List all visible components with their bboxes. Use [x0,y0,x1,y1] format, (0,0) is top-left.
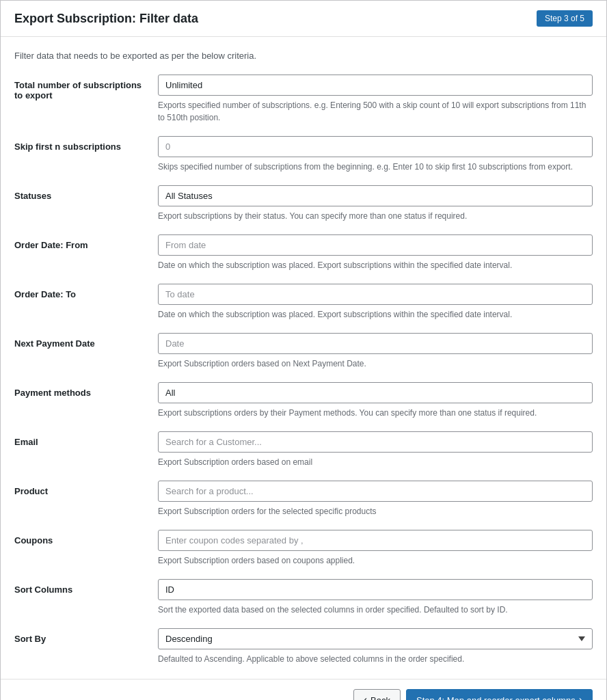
label-order-date-to: Order Date: To [14,284,158,299]
form-row-sort-columns: Sort ColumnsSort the exported data based… [14,579,593,616]
control-col-sort-columns: Sort the exported data based on the sele… [158,579,593,616]
form-row-order-date-from: Order Date: FromDate on which the subscr… [14,234,593,271]
hint-sort-columns: Sort the exported data based on the sele… [158,604,593,616]
page-title: Export Subscription: Filter data [14,12,198,26]
email-input[interactable] [158,431,593,453]
form-row-email: EmailExport Subscription orders based on… [14,431,593,468]
form-row-next-payment-date: Next Payment DateExport Subscription ord… [14,333,593,370]
control-col-order-date-to: Date on which the subscription was place… [158,284,593,321]
back-label: Back [370,695,390,701]
next-payment-date-input[interactable] [158,333,593,354]
hint-product: Export Subscription orders for the selec… [158,505,593,517]
label-total-subscriptions: Total number of subscriptions to export [14,75,158,100]
control-col-skip-subscriptions: Skips specified number of subscriptions … [158,136,593,173]
statuses-input[interactable] [158,185,593,206]
form-row-coupons: CouponsExport Subscription orders based … [14,530,593,567]
select-wrapper-sort-by: AscendingDescending [158,628,593,649]
control-col-email: Export Subscription orders based on emai… [158,431,593,468]
hint-skip-subscriptions: Skips specified number of subscriptions … [158,161,593,173]
form-row-payment-methods: Payment methodsExport subscriptions orde… [14,382,593,419]
form-row-sort-by: Sort ByAscendingDescendingDefaulted to A… [14,628,593,665]
product-input[interactable] [158,481,593,502]
hint-statuses: Export subscriptions by their status. Yo… [158,210,593,222]
control-col-next-payment-date: Export Subscription orders based on Next… [158,333,593,370]
control-col-sort-by: AscendingDescendingDefaulted to Ascendin… [158,628,593,665]
label-payment-methods: Payment methods [14,382,158,398]
form-row-statuses: StatusesExport subscriptions by their st… [14,185,593,222]
order-date-to-input[interactable] [158,284,593,305]
next-label: Step 4: Map and reorder export columns [416,695,576,701]
hint-email: Export Subscription orders based on emai… [158,456,593,468]
label-sort-columns: Sort Columns [14,579,158,595]
card-header: Export Subscription: Filter data Step 3 … [1,1,606,37]
form-rows: Total number of subscriptions to exportE… [14,75,593,665]
hint-payment-methods: Export subscriptions orders by their Pay… [158,407,593,419]
hint-total-subscriptions: Exports specified number of subscription… [158,99,593,124]
label-skip-subscriptions: Skip first n subscriptions [14,136,158,152]
next-button[interactable]: Step 4: Map and reorder export columns [406,689,593,700]
sort-by-select[interactable]: AscendingDescending [158,628,593,649]
order-date-from-input[interactable] [158,234,593,256]
sort-columns-input[interactable] [158,579,593,600]
card-body: Filter data that needs to be exported as… [1,37,606,665]
label-next-payment-date: Next Payment Date [14,333,158,349]
hint-order-date-to: Date on which the subscription was place… [158,308,593,321]
form-row-total-subscriptions: Total number of subscriptions to exportE… [14,75,593,124]
hint-order-date-from: Date on which the subscription was place… [158,259,593,271]
control-col-payment-methods: Export subscriptions orders by their Pay… [158,382,593,419]
back-button[interactable]: Back [353,689,401,700]
card-footer: Back Step 4: Map and reorder export colu… [1,679,606,700]
chevron-right-icon [579,695,582,700]
form-row-skip-subscriptions: Skip first n subscriptionsSkips specifie… [14,136,593,173]
label-statuses: Statuses [14,185,158,201]
control-col-statuses: Export subscriptions by their status. Yo… [158,185,593,222]
total-subscriptions-input[interactable] [158,75,593,96]
control-col-coupons: Export Subscription orders based on coup… [158,530,593,567]
control-col-total-subscriptions: Exports specified number of subscription… [158,75,593,124]
chevron-left-icon [364,695,367,700]
control-col-order-date-from: Date on which the subscription was place… [158,234,593,271]
intro-text: Filter data that needs to be exported as… [14,51,593,61]
label-sort-by: Sort By [14,628,158,644]
label-product: Product [14,481,158,496]
step-badge: Step 3 of 5 [537,10,593,27]
hint-coupons: Export Subscription orders based on coup… [158,554,593,567]
form-row-product: ProductExport Subscription orders for th… [14,481,593,517]
label-email: Email [14,431,158,447]
coupons-input[interactable] [158,530,593,551]
hint-next-payment-date: Export Subscription orders based on Next… [158,358,593,370]
payment-methods-input[interactable] [158,382,593,403]
skip-subscriptions-input[interactable] [158,136,593,157]
label-coupons: Coupons [14,530,158,546]
control-col-product: Export Subscription orders for the selec… [158,481,593,517]
page-container: Export Subscription: Filter data Step 3 … [0,0,607,700]
hint-sort-by: Defaulted to Ascending. Applicable to ab… [158,653,593,665]
label-order-date-from: Order Date: From [14,234,158,250]
form-row-order-date-to: Order Date: ToDate on which the subscrip… [14,284,593,321]
main-card: Export Subscription: Filter data Step 3 … [0,0,607,700]
